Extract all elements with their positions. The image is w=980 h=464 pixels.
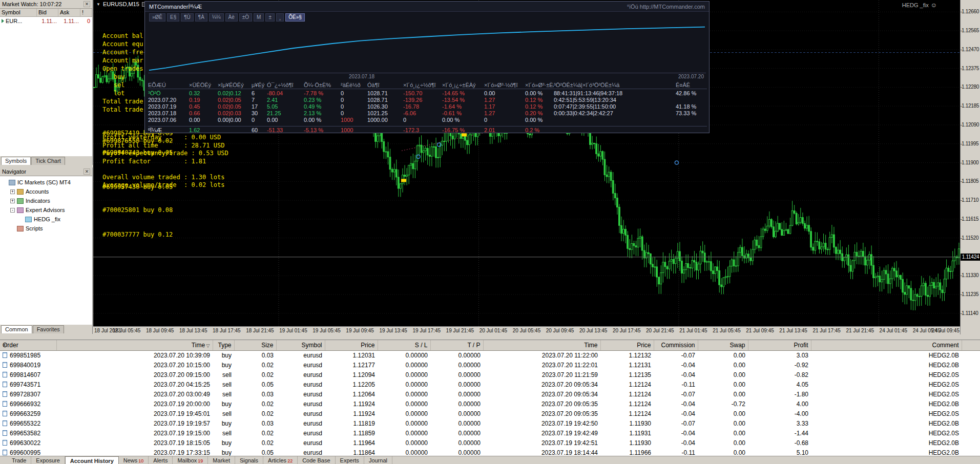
history-col-price-close[interactable]: Price [600, 340, 654, 350]
history-row[interactable]: 6996300222023.07.19 18:15:05buy0.02eurus… [0, 438, 980, 448]
history-col-price[interactable]: Price [325, 340, 378, 350]
market-watch-row[interactable]: EUR...1.11...1.11...0 [0, 17, 92, 25]
history-col-s-l[interactable]: S / L [378, 340, 430, 350]
market-watch-col-symbol[interactable]: Symbol [0, 9, 37, 16]
price-tick-mark [961, 163, 962, 163]
market-watch-col-item[interactable]: ! [80, 9, 92, 16]
mtc-toolbar-button-item[interactable]: ± [265, 13, 275, 22]
market-watch-list[interactable]: EUR...1.11...1.11...0 [0, 17, 92, 156]
history-col-profit-close[interactable]: Profit [748, 340, 811, 350]
history-col-time[interactable]: Time ▽ [56, 340, 213, 350]
price-tick-mark [961, 31, 962, 31]
price-tick-mark [961, 125, 962, 125]
mtcommander-titlebar[interactable]: MTCommanderÍ³¼Æ °ïÖú http://MTCommander.… [145, 2, 709, 12]
history-row[interactable]: 6998146072023.07.20 09:15:00sell0.02euru… [0, 370, 980, 379]
tab-market[interactable]: Market [208, 456, 235, 464]
chevron-down-icon[interactable]: ▼ [96, 2, 100, 7]
mtc-toolbar-button-e[interactable]: E§ [167, 13, 179, 22]
tab-account-history[interactable]: Account History [65, 456, 119, 464]
navigator-item-accounts[interactable]: +Accounts [0, 187, 92, 196]
mtc-cell: 0.00 % [442, 117, 484, 123]
mtc-toolbar-button-item[interactable]: ±Ò [239, 13, 252, 22]
mtc-cell: -139.26 [403, 97, 442, 103]
market-watch-col-bid[interactable]: Bid [37, 9, 58, 16]
mtc-cell: 1021.25 [367, 110, 403, 117]
navigator-item-ic-markets-sc-mt4[interactable]: IC Markets (SC) MT4 [0, 178, 92, 187]
history-col-type[interactable]: Type [213, 340, 234, 350]
mtc-toolbar-button-item[interactable]: »ØÊ [149, 13, 165, 22]
history-col-comment-close[interactable]: Comment [811, 340, 962, 350]
navigator-item-expert-advisors[interactable]: -Expert Advisors [0, 205, 92, 215]
mtc-toolbar-button-item[interactable]: Àè [225, 13, 238, 22]
history-row[interactable]: 6996553222023.07.19 19:19:57buy0.03eurus… [0, 418, 980, 428]
market-watch-col-ask[interactable]: Ask [58, 9, 80, 16]
collapse-icon[interactable]: - [10, 208, 15, 213]
mtc-toolbar-button-item[interactable]: ¶À [195, 13, 207, 22]
tab-code-base[interactable]: Code Base [298, 456, 335, 464]
time-axis[interactable]: 18 Jul 202318 Jul 05:4518 Jul 09:4518 Ju… [93, 326, 960, 334]
mtc-cell [554, 117, 676, 123]
expand-icon[interactable]: + [10, 199, 15, 203]
tab-common[interactable]: Common [1, 325, 32, 333]
terminal-panel: ◄ OrderTime ▽TypeSizeSymbolPriceS / LT /… [0, 340, 980, 464]
history-cell: 0.00000 [430, 360, 483, 370]
tab-alerts[interactable]: Alerts [149, 456, 173, 464]
tab-exposure[interactable]: Exposure [31, 456, 65, 464]
close-icon[interactable]: ✕ [84, 168, 90, 175]
tab-signals[interactable]: Signals [235, 456, 263, 464]
tab-trade[interactable]: Trade [7, 456, 31, 464]
price-tick-label: 1.11235 [962, 291, 978, 297]
tab-favorites[interactable]: Favorites [33, 325, 64, 333]
ea-smiley-icon[interactable]: ☺ [931, 2, 937, 9]
mtc-toolbar-button-item[interactable]: ÕË»§ [285, 13, 305, 22]
navigator-item-hedg-fix[interactable]: HEDG _fix [0, 215, 92, 224]
mtc-toolbar-button-m[interactable]: M [254, 13, 264, 22]
mtc-toolbar-button-item[interactable]: ¶Ù [181, 13, 194, 22]
history-row[interactable]: 6996535822023.07.19 19:15:00sell0.02euru… [0, 428, 980, 438]
history-cell: buy [213, 350, 234, 360]
mtc-toolbar-button-item[interactable]: ¸ [276, 13, 284, 22]
mtc-col-header: ×î´ó¸¡¿÷±ÈÀý [442, 81, 484, 89]
history-row[interactable]: 6998519852023.07.20 10:39:09buy0.03eurus… [0, 350, 980, 360]
tab-tick-chart[interactable]: Tick Chart [31, 157, 65, 165]
mtc-cell: 1028.71 [367, 97, 403, 103]
close-icon[interactable]: ✕ [84, 1, 90, 7]
mtcommander-help-link[interactable]: °ïÖú http://MTCommander.com [627, 4, 705, 10]
history-col-size[interactable]: Size [234, 340, 276, 350]
navigator-item-indicators[interactable]: +Indicators [0, 196, 92, 205]
history-col-order[interactable]: Order [0, 340, 56, 350]
price-scale[interactable]: 1.126601.125651.124701.123751.122801.121… [960, 0, 980, 334]
navigator-panel: Navigator ✕ IC Markets (SC) MT4+Accounts… [0, 167, 93, 334]
mtc-cell: 2023.07.06 [148, 117, 189, 123]
chart-plot[interactable]: ▼ EURUSD,M15 HEDG _fix ☺ Account balAcco… [93, 0, 960, 326]
time-tick-label: 24 Jul 09:45 [932, 328, 960, 333]
tab-symbols[interactable]: Symbols [1, 157, 31, 165]
history-row[interactable]: 6998400192023.07.20 10:15:00buy0.02eurus… [0, 360, 980, 370]
mtc-toolbar-button-item[interactable]: ¼¼ [209, 13, 224, 22]
history-cell: 2023.07.20 09:05:35 [483, 409, 600, 418]
mtc-cell: 1000.00 [367, 117, 403, 123]
history-cell: 3.03 [748, 350, 811, 360]
mtc-cell: 0.02|0.12 [218, 90, 252, 97]
history-col-time-close[interactable]: Time [483, 340, 600, 350]
history-row[interactable]: 6996009952023.07.19 17:33:15buy0.05eurus… [0, 448, 980, 456]
tab-journal[interactable]: Journal [364, 456, 392, 464]
history-row[interactable]: 6996669322023.07.19 20:00:00buy0.02eurus… [0, 399, 980, 409]
history-row[interactable]: 6997435712023.07.20 04:15:25sell0.05euru… [0, 379, 980, 389]
history-col-swap-close[interactable]: Swap [698, 340, 748, 350]
history-row[interactable]: 6996632592023.07.19 19:45:01sell0.02euru… [0, 409, 980, 418]
expand-icon[interactable]: + [10, 189, 15, 194]
navigator-item-scripts[interactable]: Scripts [0, 224, 92, 233]
equity-date-axis: 2023.07.18 2023.07.20 [148, 74, 706, 80]
panel-corner-icon[interactable]: ◄ [2, 342, 6, 347]
tab-mailbox[interactable]: Mailbox19 [173, 456, 208, 464]
order-doc-icon [3, 391, 7, 397]
history-col-t-p[interactable]: T / P [430, 340, 483, 350]
history-row[interactable]: 6997283072023.07.20 03:00:49sell0.03euru… [0, 389, 980, 399]
mtcommander-toolbar: »ØÊE§¶Ù¶À¼¼Àè±ÒM±¸ÕË»§ [145, 12, 709, 23]
tab-experts[interactable]: Experts [336, 456, 364, 464]
tab-articles[interactable]: Articles22 [263, 456, 298, 464]
history-col-symbol[interactable]: Symbol [276, 340, 325, 350]
tab-news[interactable]: News10 [119, 456, 149, 464]
history-col-commission-close[interactable]: Commission [654, 340, 698, 350]
